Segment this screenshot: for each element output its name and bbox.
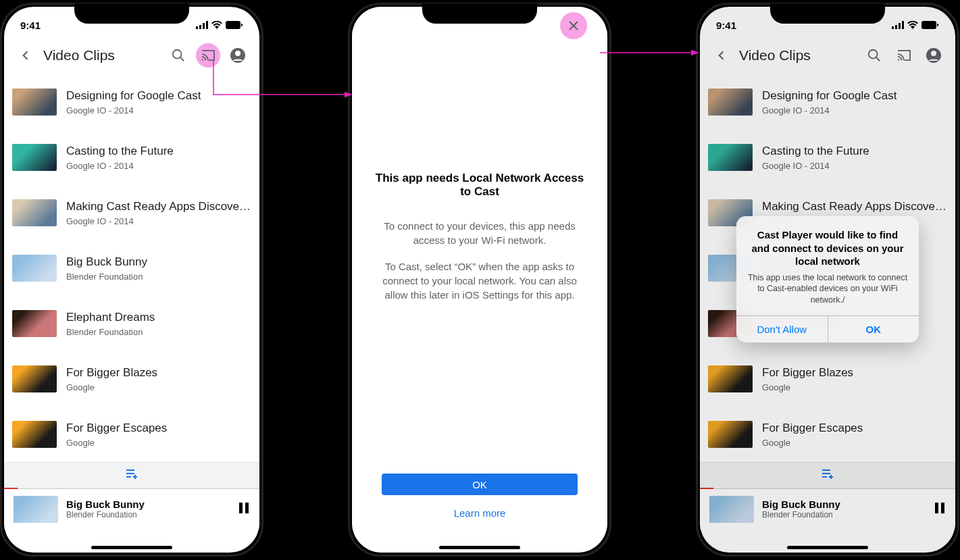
status-time: 9:41 [20,20,41,31]
thumbnail [12,144,57,171]
pause-button[interactable] [238,501,250,517]
list-item-subtitle: Google [66,382,251,392]
wifi-icon [211,21,222,29]
list-item-title: For Bigger Blazes [66,366,251,380]
playlist-add-icon [125,469,138,482]
list-item-text: Big Buck BunnyBlender Foundation [66,255,251,282]
svg-point-10 [235,51,241,56]
home-indicator[interactable] [439,546,520,549]
interstitial-ok-button[interactable]: OK [382,474,578,495]
svg-rect-4 [226,21,241,29]
cast-button[interactable] [196,43,220,68]
status-right [196,21,243,29]
list-item-subtitle: Google IO - 2014 [66,216,251,226]
phone-screen-3: 9:41 Video Clips Designing for Google Ca… [696,3,959,557]
account-button[interactable] [226,43,250,68]
thumbnail [12,199,57,226]
thumbnail [12,365,57,392]
queue-bar[interactable] [4,462,259,488]
thumbnail [12,255,57,282]
svg-rect-16 [239,503,243,513]
local-network-permission-alert: Cast Player would like to find and conne… [736,216,919,342]
interstitial-paragraph: To Cast, select “OK” when the app asks t… [372,259,587,302]
app-bar: Video Clips [4,36,259,74]
svg-line-7 [180,57,184,61]
svg-rect-3 [206,21,208,29]
notch [770,3,885,24]
list-item-subtitle: Google [66,438,251,448]
interstitial-title: This app needs Local Network Access to C… [372,172,587,199]
list-item-text: For Bigger EscapesGoogle [66,422,251,448]
list-item-text: Designing for Google CastGoogle IO - 201… [66,89,251,116]
list-item-subtitle: Google IO - 2014 [66,161,251,171]
learn-more-link[interactable]: Learn more [454,507,506,519]
video-list: Designing for Google CastGoogle IO - 201… [4,74,259,462]
alert-ok-button[interactable]: OK [828,316,919,342]
list-item-title: Making Cast Ready Apps Discover... [66,200,251,213]
interstitial-body: This app needs Local Network Access to C… [372,12,587,474]
mini-player-thumbnail [14,496,58,523]
phone-screen-1: 9:41 Video Clips Designing for Google Ca… [0,3,263,557]
list-item[interactable]: Big Buck BunnyBlender Foundation [4,240,259,296]
page-title: Video Clips [43,47,161,63]
thumbnail [12,88,57,116]
list-item-title: Elephant Dreams [66,311,251,324]
svg-rect-0 [196,26,198,29]
interstitial-paragraph: To connect to your devices, this app nee… [372,219,587,247]
svg-rect-1 [199,25,201,29]
notch [74,3,189,24]
list-item-title: For Bigger Escapes [66,422,251,435]
home-indicator[interactable] [91,546,172,549]
list-item-title: Casting to the Future [66,145,251,158]
local-network-interstitial: This app needs Local Network Access to C… [352,7,607,553]
svg-rect-2 [203,23,205,29]
svg-rect-5 [241,24,243,26]
screen: 9:41 Video Clips Designing for Google Ca… [700,7,955,553]
notch [422,3,537,24]
list-item-subtitle: Blender Foundation [66,272,251,282]
cellular-signal-icon [196,21,208,29]
screen: 9:41 This app needs Local Network Access… [352,7,607,553]
list-item-text: For Bigger BlazesGoogle [66,366,251,392]
list-item-text: Making Cast Ready Apps Discover...Google… [66,200,251,226]
list-item[interactable]: For Bigger BlazesGoogle [4,351,259,407]
mini-player[interactable]: Big Buck Bunny Blender Foundation [4,488,259,530]
back-button[interactable] [14,43,38,68]
alert-body: Cast Player would like to find and conne… [736,216,919,315]
search-button[interactable] [166,43,191,68]
svg-rect-17 [245,503,249,513]
mini-player-text: Big Buck Bunny Blender Foundation [66,499,230,519]
alert-buttons: Don't Allow OK [736,315,919,342]
list-item[interactable]: Casting to the FutureGoogle IO - 2014 [4,130,259,185]
battery-icon [226,21,243,29]
list-item[interactable]: Elephant DreamsBlender Foundation [4,296,259,351]
alert-title: Cast Player would like to find and conne… [747,228,908,268]
mini-player-subtitle: Blender Foundation [66,510,230,519]
alert-message: This app uses the local network to conne… [747,272,908,307]
svg-point-8 [202,59,203,60]
svg-point-6 [173,50,182,59]
alert-dont-allow-button[interactable]: Don't Allow [736,316,828,342]
list-item[interactable]: Designing for Google CastGoogle IO - 201… [4,74,259,130]
list-item-text: Elephant DreamsBlender Foundation [66,311,251,337]
list-item-subtitle: Blender Foundation [66,327,251,337]
list-item-title: Designing for Google Cast [66,89,251,103]
list-item-subtitle: Google IO - 2014 [66,105,251,116]
thumbnail [12,421,57,448]
phone-screen-2: 9:41 This app needs Local Network Access… [348,3,611,557]
list-item[interactable]: For Bigger EscapesGoogle [4,407,259,462]
list-item[interactable]: Making Cast Ready Apps Discover...Google… [4,185,259,240]
interstitial-actions: OK Learn more [372,474,587,553]
screen: 9:41 Video Clips Designing for Google Ca… [4,7,259,553]
list-item-text: Casting to the FutureGoogle IO - 2014 [66,145,251,171]
list-item-title: Big Buck Bunny [66,255,251,269]
home-indicator[interactable] [787,546,868,549]
mini-player-title: Big Buck Bunny [66,499,230,510]
thumbnail [12,310,57,337]
